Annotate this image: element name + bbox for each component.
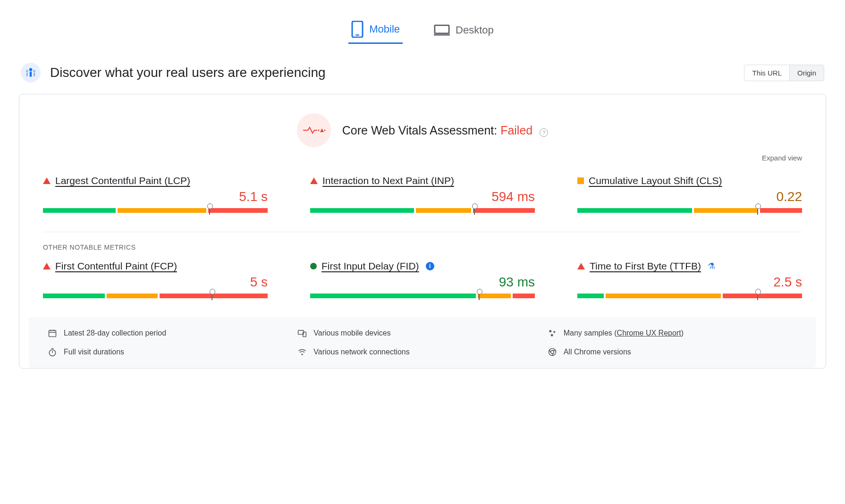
metric-name-link[interactable]: First Contentful Paint (FCP) — [55, 260, 177, 272]
seg-this-url[interactable]: This URL — [744, 65, 789, 81]
calendar-icon — [48, 328, 57, 338]
footer-devices: Various mobile devices — [297, 328, 547, 338]
svg-point-19 — [553, 331, 555, 333]
wifi-icon — [297, 347, 307, 357]
metric-value: 5.1 s — [239, 189, 268, 204]
metric-name-link[interactable]: Largest Contentful Paint (LCP) — [55, 175, 190, 186]
status-poor-icon — [577, 263, 585, 269]
metric-value: 93 ms — [499, 275, 535, 289]
status-needs-improvement-icon — [577, 177, 584, 184]
metric-name-link[interactable]: Time to First Byte (TTFB) — [590, 260, 701, 272]
metric-distribution-bar — [577, 208, 802, 213]
metric-card: Largest Contentful Paint (LCP) 5.1 s — [43, 175, 268, 213]
footer-period: Latest 28-day collection period — [48, 328, 297, 338]
stopwatch-icon — [48, 347, 57, 357]
svg-point-18 — [549, 330, 551, 332]
desktop-icon — [434, 24, 450, 37]
divider — [43, 232, 802, 232]
metric-value: 594 ms — [491, 189, 535, 204]
metric-name-link[interactable]: First Input Delay (FID) — [321, 260, 419, 272]
metric-distribution-bar — [43, 294, 268, 298]
metric-card: Time to First Byte (TTFB) ⚗ 2.5 s — [577, 260, 802, 298]
section-header: Discover what your real users are experi… — [19, 63, 826, 83]
users-icon — [21, 63, 41, 83]
other-metrics-grid: First Contentful Paint (FCP) 5 s First I… — [29, 260, 816, 312]
metric-name-link[interactable]: Interaction to Next Paint (INP) — [322, 175, 454, 186]
metric-pointer — [757, 206, 758, 215]
crux-report-link[interactable]: Chrome UX Report — [617, 329, 681, 337]
metric-card: First Input Delay (FID) i 93 ms — [310, 260, 535, 298]
flask-icon[interactable]: ⚗ — [708, 261, 715, 271]
metric-card: Cumulative Layout Shift (CLS) 0.22 — [577, 175, 802, 213]
metric-value: 0.22 — [777, 189, 803, 204]
metric-distribution-bar — [43, 208, 268, 213]
assessment-text: Core Web Vitals Assessment: Failed ? — [342, 124, 548, 137]
pulse-icon — [297, 113, 331, 147]
tab-desktop-label: Desktop — [456, 24, 494, 36]
metric-pointer — [211, 292, 212, 300]
metric-card: Interaction to Next Paint (INP) 594 ms — [310, 175, 535, 213]
tab-mobile[interactable]: Mobile — [348, 19, 403, 44]
metric-pointer — [757, 292, 758, 300]
svg-point-11 — [324, 130, 325, 131]
scatter-icon — [548, 328, 557, 338]
assessment-row: Core Web Vitals Assessment: Failed ? — [29, 113, 816, 147]
metric-distribution-bar — [310, 208, 535, 213]
scope-segmented-control: This URL Origin — [744, 65, 824, 81]
footer-network: Various network connections — [297, 347, 547, 357]
footer-samples: Many samples (Chrome UX Report) — [548, 328, 797, 338]
assessment-label: Core Web Vitals Assessment: — [342, 124, 497, 137]
metric-value: 2.5 s — [773, 275, 802, 289]
info-icon[interactable]: i — [426, 262, 434, 270]
metric-pointer — [479, 292, 480, 300]
metric-distribution-bar — [310, 294, 535, 298]
footer-durations: Full visit durations — [48, 347, 297, 357]
svg-rect-7 — [26, 73, 28, 76]
svg-point-24 — [302, 353, 303, 355]
page-title: Discover what your real users are experi… — [50, 65, 744, 80]
svg-point-4 — [29, 68, 33, 71]
svg-point-6 — [26, 70, 28, 72]
svg-rect-2 — [435, 25, 449, 33]
metric-value: 5 s — [250, 275, 268, 289]
metric-card: First Contentful Paint (FCP) 5 s — [43, 260, 268, 298]
expand-view-link[interactable]: Expand view — [762, 154, 802, 162]
seg-origin[interactable]: Origin — [789, 65, 824, 81]
data-source-footer: Latest 28-day collection period Various … — [29, 317, 816, 368]
svg-point-8 — [33, 70, 35, 72]
svg-rect-9 — [34, 73, 35, 76]
metric-pointer — [209, 206, 210, 215]
metric-name-link[interactable]: Cumulative Layout Shift (CLS) — [589, 175, 722, 186]
svg-point-10 — [318, 130, 319, 131]
tab-desktop[interactable]: Desktop — [431, 19, 497, 44]
device-tabs: Mobile Desktop — [19, 19, 826, 44]
footer-chrome: All Chrome versions — [548, 347, 797, 357]
other-metrics-heading: OTHER NOTABLE METRICS — [29, 244, 816, 260]
svg-rect-1 — [355, 34, 359, 36]
help-icon[interactable]: ? — [540, 128, 548, 137]
status-poor-icon — [310, 177, 318, 184]
tab-mobile-label: Mobile — [369, 23, 400, 35]
assessment-status: Failed — [500, 124, 532, 137]
devices-icon — [297, 328, 307, 338]
core-metrics-grid: Largest Contentful Paint (LCP) 5.1 s Int… — [29, 175, 816, 227]
status-poor-icon — [43, 263, 51, 269]
svg-rect-5 — [30, 72, 32, 77]
status-poor-icon — [43, 177, 51, 184]
metric-pointer — [474, 206, 475, 215]
vitals-card: Core Web Vitals Assessment: Failed ? Exp… — [19, 94, 826, 369]
svg-rect-12 — [49, 330, 56, 336]
svg-rect-3 — [434, 34, 450, 35]
status-good-icon — [310, 263, 317, 269]
svg-point-20 — [550, 334, 553, 336]
chrome-icon — [548, 347, 557, 357]
mobile-icon — [351, 21, 363, 38]
metric-distribution-bar — [577, 294, 802, 298]
